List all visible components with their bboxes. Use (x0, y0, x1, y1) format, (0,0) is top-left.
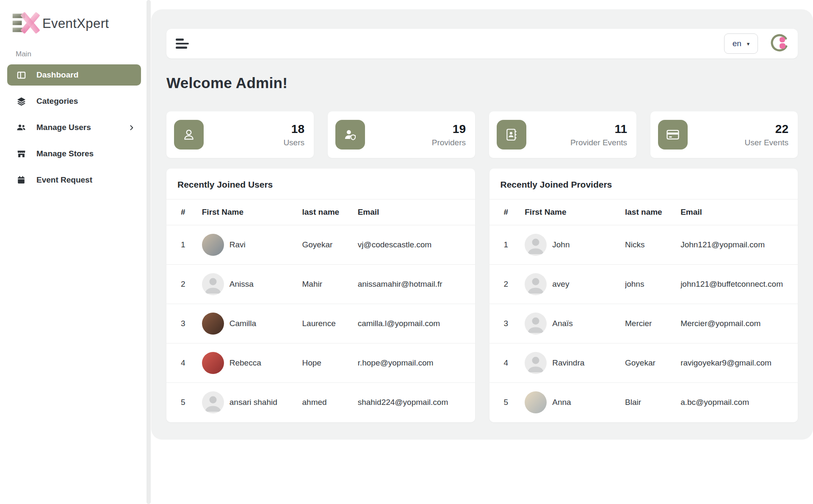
last-name: Nicks (625, 225, 680, 265)
avatar (202, 391, 224, 413)
first-name: Anissa (230, 280, 254, 289)
table-row[interactable]: 2 avey johns john121@buffetconnect.com (489, 265, 798, 304)
recently-joined-providers-card: Recently Joined Providers # First Name l… (489, 169, 798, 422)
stat-card-providers[interactable]: 19 Providers (328, 111, 475, 158)
table-header-row: # First Name last name Email (489, 199, 798, 225)
table-row[interactable]: 1 John Nicks John121@yopmail.com (489, 225, 798, 265)
user-shield-icon (335, 120, 365, 150)
first-name: Anaïs (552, 319, 573, 328)
brand[interactable]: EventXpert (0, 0, 146, 37)
table-row[interactable]: 5 Anna Blair a.bc@yopmail.com (489, 383, 798, 422)
sidebar-item-label: Manage Stores (36, 149, 94, 158)
sidebar-item-label: Event Request (36, 175, 92, 185)
stat-value: 19 (432, 122, 466, 136)
sidebar: EventXpert Main Dashboard (0, 0, 146, 504)
row-index: 4 (489, 343, 525, 383)
row-index: 3 (489, 304, 525, 343)
last-name: Goyekar (625, 343, 680, 383)
card-title: Recently Joined Users (166, 169, 475, 199)
email: camilla.l@yopmail.com (358, 304, 475, 343)
stat-label: Providers (432, 138, 466, 147)
first-name: avey (552, 280, 569, 289)
sidebar-item-label: Categories (36, 97, 78, 106)
col-header-index: # (166, 199, 202, 225)
chevron-right-icon (128, 124, 135, 131)
layers-icon (16, 96, 26, 106)
last-name: Laurence (302, 304, 358, 343)
credit-card-icon (658, 120, 688, 150)
last-name: Mercier (625, 304, 680, 343)
menu-toggle-button[interactable] (176, 36, 193, 51)
sidebar-item-event-request[interactable]: Event Request (7, 169, 141, 191)
email: Mercier@yopmail.com (680, 304, 798, 343)
card-title: Recently Joined Providers (489, 169, 798, 199)
last-name: johns (625, 265, 680, 304)
first-name: Ravindra (552, 358, 584, 368)
language-select-value: en (733, 39, 741, 48)
last-name: Hope (302, 343, 358, 383)
table-row[interactable]: 4 Ravindra Goyekar ravigoyekar9@gmail.co… (489, 343, 798, 383)
email: john121@buffetconnect.com (680, 265, 798, 304)
col-header-last-name: last name (302, 199, 358, 225)
email: shahid224@yopmail.com (358, 383, 475, 422)
stat-card-provider-events[interactable]: 11 Provider Events (489, 111, 636, 158)
sidebar-item-label: Dashboard (36, 70, 78, 80)
stat-card-user-events[interactable]: 22 User Events (650, 111, 798, 158)
stat-cards: 18 Users 19 Providers (166, 111, 798, 158)
sidebar-item-manage-users[interactable]: Manage Users (7, 117, 141, 138)
sidebar-item-dashboard[interactable]: Dashboard (7, 64, 141, 86)
sidebar-item-manage-stores[interactable]: Manage Stores (7, 143, 141, 164)
table-row[interactable]: 1 Ravi Goyekar vj@codescastle.com (166, 225, 475, 265)
email: anissamahir@hotmail.fr (358, 265, 475, 304)
dashboard-icon (16, 70, 26, 80)
hamburger-icon (176, 39, 184, 41)
col-header-first-name: First Name (202, 199, 302, 225)
avatar (202, 352, 224, 374)
last-name: Mahir (302, 265, 358, 304)
profile-avatar-button[interactable] (769, 33, 790, 54)
language-select[interactable]: en ▾ (724, 33, 758, 54)
sidebar-menu: Dashboard Categories (0, 64, 146, 191)
last-name: Blair (625, 383, 680, 422)
avatar (202, 234, 224, 256)
col-header-index: # (489, 199, 525, 225)
email: a.bc@yopmail.com (680, 383, 798, 422)
avatar (525, 352, 547, 374)
row-index: 5 (489, 383, 525, 422)
stat-value: 18 (283, 122, 304, 136)
stat-value: 22 (745, 122, 788, 136)
last-name: ahmed (302, 383, 358, 422)
table-row[interactable]: 3 Anaïs Mercier Mercier@yopmail.com (489, 304, 798, 343)
email: vj@codescastle.com (358, 225, 475, 265)
stat-label: Users (283, 138, 304, 147)
row-index: 2 (489, 265, 525, 304)
col-header-email: Email (680, 199, 798, 225)
sidebar-scrollbar[interactable] (147, 0, 151, 504)
sidebar-item-label: Manage Users (36, 123, 91, 132)
chevron-down-icon: ▾ (747, 41, 750, 47)
email: r.hope@yopmail.com (358, 343, 475, 383)
ex-monogram-logo-icon (12, 10, 40, 37)
stat-label: Provider Events (570, 138, 627, 147)
sidebar-item-categories[interactable]: Categories (7, 91, 141, 112)
row-index: 3 (166, 304, 202, 343)
users-group-icon (16, 122, 26, 133)
topbar: en ▾ (166, 29, 798, 58)
stat-card-users[interactable]: 18 Users (166, 111, 314, 158)
stat-label: User Events (745, 138, 788, 147)
first-name: ansari shahid (230, 398, 277, 407)
table-row[interactable]: 2 Anissa Mahir anissamahir@hotmail.fr (166, 265, 475, 304)
calendar-icon (16, 175, 26, 185)
brand-name: EventXpert (42, 16, 109, 31)
avatar (525, 234, 547, 256)
table-header-row: # First Name last name Email (166, 199, 475, 225)
table-row[interactable]: 5 ansari shahid ahmed shahid224@yopmail.… (166, 383, 475, 422)
row-index: 2 (166, 265, 202, 304)
table-row[interactable]: 3 Camilla Laurence camilla.l@yopmail.com (166, 304, 475, 343)
app-canvas: EventXpert Main Dashboard (0, 0, 813, 504)
table-row[interactable]: 4 Rebecca Hope r.hope@yopmail.com (166, 343, 475, 383)
col-header-first-name: First Name (525, 199, 625, 225)
first-name: Rebecca (230, 358, 261, 368)
avatar (202, 273, 224, 295)
row-index: 1 (489, 225, 525, 265)
